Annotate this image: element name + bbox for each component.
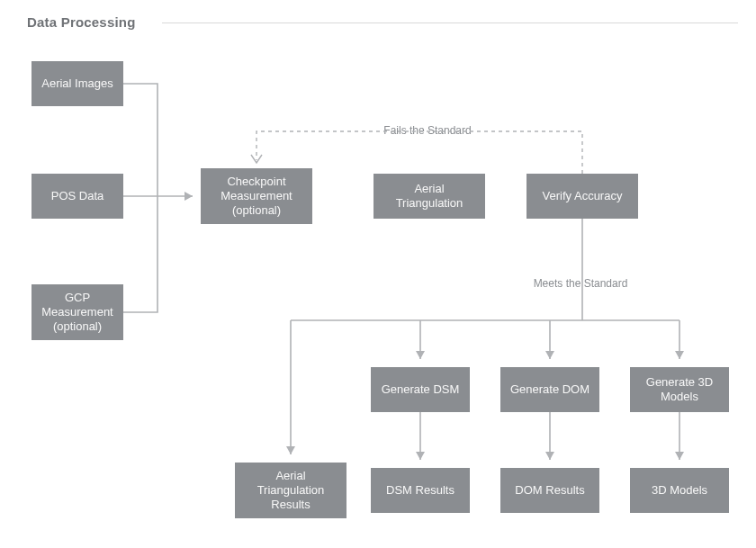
node-aerial-images: Aerial Images [32, 61, 123, 106]
node-dsm-results: DSM Results [371, 468, 470, 513]
node-pos-data: POS Data [32, 174, 123, 219]
svg-marker-6 [545, 452, 554, 460]
svg-marker-1 [286, 446, 295, 454]
svg-marker-4 [675, 351, 684, 359]
node-verify-accuracy: Verify Accuracy [526, 174, 638, 219]
section-title: Data Processing [27, 14, 136, 30]
node-dom-results: DOM Results [500, 468, 599, 513]
svg-marker-0 [184, 192, 193, 201]
edge-label-meet: Meets the Standard [518, 277, 644, 290]
svg-marker-2 [416, 351, 425, 359]
node-gcp-measurement: GCP Measurement (optional) [32, 284, 123, 340]
node-generate-dom: Generate DOM [500, 367, 599, 412]
svg-marker-7 [675, 452, 684, 460]
svg-marker-3 [545, 351, 554, 359]
node-aerial-triangulation: Aerial Triangulation [374, 174, 485, 219]
diagram-canvas: Data Processing Aerial Images POS Data G… [0, 0, 756, 548]
node-generate-3d: Generate 3D Models [630, 367, 729, 412]
node-checkpoint-measurement: Checkpoint Measurement (optional) [201, 168, 312, 224]
edge-label-fail: Fails the Standard [360, 124, 495, 137]
node-at-results: Aerial Triangulation Results [235, 463, 346, 518]
node-generate-dsm: Generate DSM [371, 367, 470, 412]
svg-marker-5 [416, 452, 425, 460]
title-divider [162, 22, 738, 23]
node-3d-models: 3D Models [630, 468, 729, 513]
